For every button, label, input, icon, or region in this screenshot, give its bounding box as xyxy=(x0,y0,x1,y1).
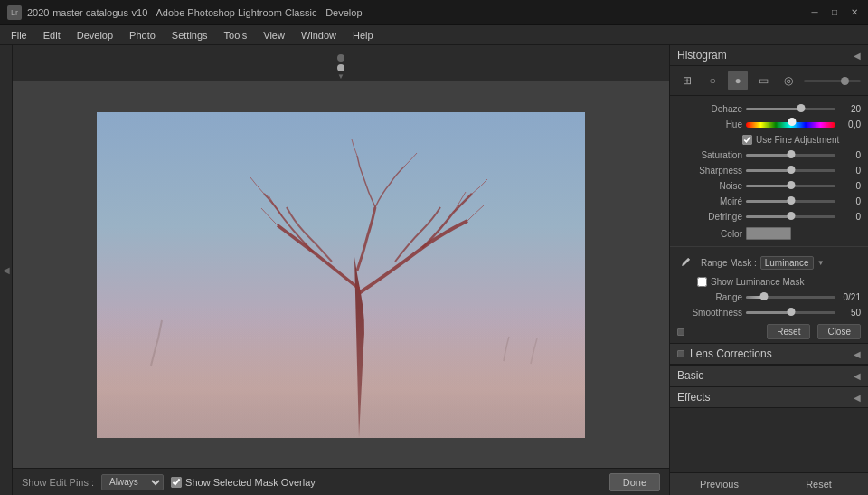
hue-handle[interactable] xyxy=(788,118,797,126)
range-mask-type[interactable]: Luminance xyxy=(760,256,814,270)
effects-arrow[interactable]: ◀ xyxy=(854,393,861,403)
close-button-panel[interactable]: Close xyxy=(817,324,861,339)
done-button[interactable]: Done xyxy=(609,473,660,491)
show-mask-checkbox[interactable] xyxy=(171,477,182,488)
right-panel: Histogram ◀ ⊞ ○ ● ▭ ◎ Dehaze 20 xyxy=(669,45,868,495)
menu-view[interactable]: View xyxy=(256,28,292,43)
saturation-slider[interactable] xyxy=(746,154,835,157)
center-area: ▼ xyxy=(13,45,669,495)
moire-handle[interactable] xyxy=(787,196,795,205)
tool-icons: ⊞ ○ ● ▭ ◎ xyxy=(670,66,868,96)
window-controls[interactable]: ─ □ ✕ xyxy=(808,6,861,19)
menu-settings[interactable]: Settings xyxy=(165,28,215,43)
range-mask-dropdown-arrow[interactable]: ▼ xyxy=(817,259,825,267)
dehaze-handle[interactable] xyxy=(797,104,806,112)
show-mask-label: Show Selected Mask Overlay xyxy=(171,477,316,488)
moire-value: 0 xyxy=(839,196,861,206)
noise-value: 0 xyxy=(839,181,861,191)
menu-edit[interactable]: Edit xyxy=(36,28,68,43)
hue-label: Hue xyxy=(677,119,742,129)
menubar: File Edit Develop Photo Settings Tools V… xyxy=(0,25,868,45)
range-slider[interactable] xyxy=(746,296,835,299)
smoothness-slider[interactable] xyxy=(746,311,835,314)
reset-bottom-button[interactable]: Reset xyxy=(769,473,868,495)
circle-tool-icon[interactable]: ○ xyxy=(703,71,722,90)
noise-handle[interactable] xyxy=(787,181,795,189)
histogram-collapse[interactable]: ◀ xyxy=(854,51,861,61)
color-row: Color xyxy=(670,224,868,243)
sharpness-slider[interactable] xyxy=(746,169,835,172)
noise-slider[interactable] xyxy=(746,185,835,187)
dot-tool-icon[interactable]: ● xyxy=(728,71,748,90)
histogram-title: Histogram xyxy=(677,49,727,62)
moire-slider[interactable] xyxy=(746,200,835,203)
panel-dot xyxy=(677,328,684,336)
defringe-handle[interactable] xyxy=(787,212,795,220)
previous-button[interactable]: Previous xyxy=(670,473,769,495)
moire-row: Moiré 0 xyxy=(670,194,868,209)
show-edit-pins-select[interactable]: Always Never Selected xyxy=(101,474,164,490)
effects-section[interactable]: Effects ◀ xyxy=(670,386,868,408)
divider-1 xyxy=(670,246,868,247)
top-strip: ▼ xyxy=(13,45,669,81)
window-title: 2020-master catalogus-v10 - Adobe Photos… xyxy=(27,7,808,18)
zoom-dot-2 xyxy=(337,64,344,71)
close-button[interactable]: ✕ xyxy=(848,6,861,19)
main-area: ◀ ▼ xyxy=(0,45,868,495)
lens-corrections-title: Lens Corrections xyxy=(690,347,772,360)
reset-button[interactable]: Reset xyxy=(767,324,810,339)
fine-adjustment-checkbox[interactable] xyxy=(742,135,752,145)
defringe-row: Defringe 0 xyxy=(670,209,868,224)
ring-tool-icon[interactable]: ◎ xyxy=(778,71,798,90)
panel-bottom-buttons: Previous Reset xyxy=(670,472,868,495)
eyedropper-icon[interactable] xyxy=(677,254,693,271)
left-panel-toggle[interactable]: ◀ xyxy=(3,265,10,275)
sharpness-value: 0 xyxy=(839,166,861,176)
range-handle-left[interactable] xyxy=(760,292,768,300)
smoothness-label: Smoothness xyxy=(677,308,742,318)
noise-label: Noise xyxy=(677,181,742,191)
basic-section[interactable]: Basic ◀ xyxy=(670,365,868,386)
smoothness-handle[interactable] xyxy=(787,308,795,316)
menu-help[interactable]: Help xyxy=(345,28,381,43)
lens-corrections-section[interactable]: Lens Corrections ◀ xyxy=(670,343,868,365)
color-swatch[interactable] xyxy=(746,227,791,240)
histogram-section: Histogram ◀ xyxy=(670,45,868,66)
image-area xyxy=(13,81,669,468)
menu-window[interactable]: Window xyxy=(294,28,344,43)
strip-down-arrow[interactable]: ▼ xyxy=(337,72,344,81)
sharpness-handle[interactable] xyxy=(787,166,795,174)
minimize-button[interactable]: ─ xyxy=(808,6,821,19)
zoom-indicators xyxy=(337,54,344,71)
basic-arrow[interactable]: ◀ xyxy=(854,371,861,381)
smoothness-value: 50 xyxy=(839,308,861,318)
saturation-label: Saturation xyxy=(677,150,742,160)
menu-photo[interactable]: Photo xyxy=(122,28,163,43)
menu-develop[interactable]: Develop xyxy=(70,28,120,43)
sharpness-label: Sharpness xyxy=(677,166,742,176)
lens-corrections-arrow[interactable]: ◀ xyxy=(854,349,861,359)
grid-tool-icon[interactable]: ⊞ xyxy=(677,71,697,90)
hue-slider[interactable] xyxy=(746,122,835,128)
maximize-button[interactable]: □ xyxy=(828,6,841,19)
tool-size-slider[interactable] xyxy=(804,80,861,82)
saturation-handle[interactable] xyxy=(787,150,795,158)
menu-tools[interactable]: Tools xyxy=(217,28,255,43)
hue-row: Hue 0,0 xyxy=(670,117,868,132)
smoothness-row: Smoothness 50 xyxy=(670,305,868,320)
bottom-toolbar: Show Edit Pins : Always Never Selected S… xyxy=(13,468,669,495)
luminance-mask-checkbox[interactable] xyxy=(697,277,707,287)
range-value: 0/21 xyxy=(839,292,861,302)
panel-controls: Dehaze 20 Hue 0,0 Use Fine Adjustment xyxy=(670,96,868,472)
show-edit-pins-label: Show Edit Pins : xyxy=(22,477,94,488)
sharpness-row: Sharpness 0 xyxy=(670,163,868,178)
menu-file[interactable]: File xyxy=(4,28,34,43)
rect-tool-icon[interactable]: ▭ xyxy=(753,71,773,90)
fog-overlay xyxy=(97,308,585,438)
fine-adjustment-row: Use Fine Adjustment xyxy=(670,132,868,148)
luminance-mask-label: Show Luminance Mask xyxy=(711,277,804,287)
defringe-slider[interactable] xyxy=(746,215,835,218)
dehaze-slider[interactable] xyxy=(746,108,835,110)
defringe-label: Defringe xyxy=(677,212,742,222)
photo-container xyxy=(97,112,585,438)
